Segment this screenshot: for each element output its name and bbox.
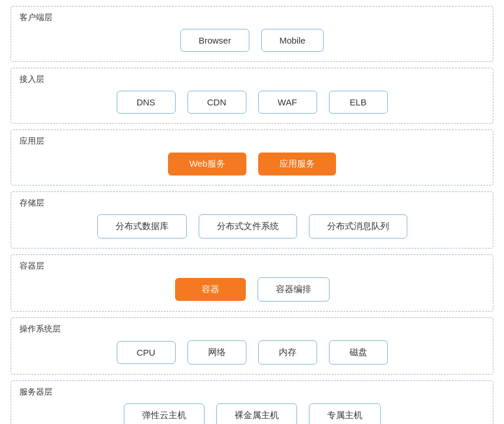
item-容器编排: 容器编排 <box>258 277 330 302</box>
item-弹性云主机: 弹性云主机 <box>124 403 205 424</box>
item-CPU: CPU <box>117 341 176 364</box>
item-Mobile: Mobile <box>261 29 324 52</box>
layer-items-application: Web服务应用服务 <box>19 153 485 175</box>
item-CDN: CDN <box>187 91 246 114</box>
layer-title-storage: 存储层 <box>19 198 485 208</box>
layer-items-client: BrowserMobile <box>19 29 485 52</box>
layer-items-os: CPU网络内存磁盘 <box>19 340 485 365</box>
layer-access: 接入层DNSCDNWAFELB <box>11 68 493 124</box>
item-应用服务: 应用服务 <box>258 153 336 175</box>
item-DNS: DNS <box>117 91 176 114</box>
layer-items-container: 容器容器编排 <box>19 277 485 302</box>
item-分布式文件系统: 分布式文件系统 <box>199 214 297 238</box>
layer-title-os: 操作系统层 <box>19 324 485 334</box>
item-WAF: WAF <box>258 91 317 114</box>
item-磁盘: 磁盘 <box>329 340 388 365</box>
item-分布式消息队列: 分布式消息队列 <box>309 214 407 238</box>
item-容器: 容器 <box>175 278 246 301</box>
layer-storage: 存储层分布式数据库分布式文件系统分布式消息队列 <box>11 191 493 249</box>
item-网络: 网络 <box>187 340 246 365</box>
item-分布式数据库: 分布式数据库 <box>97 214 187 238</box>
layer-title-access: 接入层 <box>19 74 485 85</box>
layer-items-storage: 分布式数据库分布式文件系统分布式消息队列 <box>19 214 485 238</box>
layer-title-server: 服务器层 <box>19 387 485 398</box>
item-ELB: ELB <box>329 91 388 114</box>
layer-server: 服务器层弹性云主机裸金属主机专属主机 <box>11 380 493 424</box>
layer-items-access: DNSCDNWAFELB <box>19 91 485 114</box>
layer-title-application: 应用层 <box>19 136 485 147</box>
layer-container: 容器层容器容器编排 <box>11 254 493 312</box>
item-裸金属主机: 裸金属主机 <box>216 403 297 424</box>
layer-title-container: 容器层 <box>19 261 485 271</box>
layer-items-server: 弹性云主机裸金属主机专属主机 <box>19 403 485 424</box>
item-Web服务: Web服务 <box>168 153 246 175</box>
layer-title-client: 客户端层 <box>19 12 485 23</box>
item-专属主机: 专属主机 <box>309 403 381 424</box>
item-内存: 内存 <box>258 340 317 365</box>
layer-os: 操作系统层CPU网络内存磁盘 <box>11 317 493 375</box>
layer-client: 客户端层BrowserMobile <box>11 6 493 62</box>
layer-application: 应用层Web服务应用服务 <box>11 130 493 186</box>
item-Browser: Browser <box>180 29 249 52</box>
